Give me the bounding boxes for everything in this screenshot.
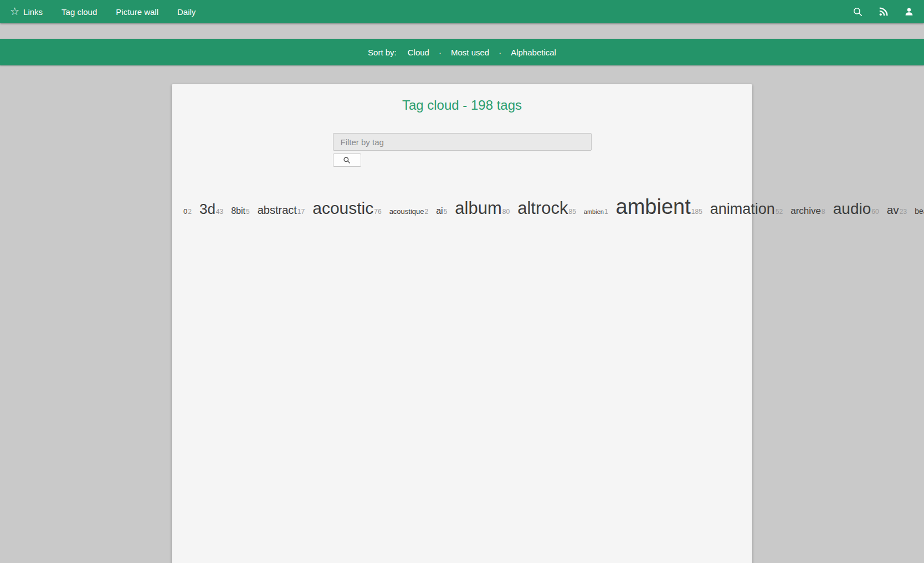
tag-count: 60 xyxy=(871,208,879,216)
tag-cloud-item[interactable]: 02 xyxy=(183,207,192,216)
nav-item-picture-wall[interactable]: Picture wall xyxy=(116,7,158,17)
nav-item-links[interactable]: ☆ Links xyxy=(10,7,43,17)
tag-cloud-item[interactable]: audio60 xyxy=(833,200,879,217)
sort-option-alphabetical[interactable]: Alphabetical xyxy=(511,48,556,57)
tag-cloud-item[interactable]: ambien1 xyxy=(584,208,608,215)
tag-cloud-item[interactable]: acoustique2 xyxy=(389,207,429,216)
tag-count: 23 xyxy=(900,208,907,216)
tag-label: 3d xyxy=(199,201,215,217)
tag-label: acoustique xyxy=(389,207,424,216)
sort-option-most-used[interactable]: Most used xyxy=(451,48,489,57)
tag-count: 5 xyxy=(444,208,448,216)
tag-count: 80 xyxy=(502,208,510,216)
tag-count: 85 xyxy=(568,208,576,216)
sort-bar: Sort by: Cloud · Most used · Alphabetica… xyxy=(0,39,924,65)
tag-count: 17 xyxy=(297,208,305,216)
tag-count: 5 xyxy=(246,208,250,216)
tag-cloud-item[interactable]: altrock85 xyxy=(517,198,576,218)
top-navbar: ☆ Links Tag cloud Picture wall Daily xyxy=(0,0,924,23)
tag-label: altrock xyxy=(517,198,568,218)
tag-count: 1 xyxy=(604,208,608,216)
tag-count: 43 xyxy=(216,208,223,216)
tag-cloud-item[interactable]: acoustic76 xyxy=(312,199,381,217)
nav-item-links-label: Links xyxy=(23,7,43,17)
tag-label: abstract xyxy=(258,204,297,216)
tag-count: 76 xyxy=(374,208,381,216)
tag-label: acoustic xyxy=(312,199,373,217)
tag-count: 2 xyxy=(188,208,192,216)
tag-cloud-item[interactable]: av23 xyxy=(887,203,907,216)
tag-cloud-item[interactable]: archive8 xyxy=(790,206,825,216)
tag-cloud-item[interactable]: ai5 xyxy=(436,206,447,216)
tag-cloud-item[interactable]: album80 xyxy=(455,198,510,218)
tag-cloud-card: Tag cloud - 198 tags 023d438bit5abstract… xyxy=(172,84,752,563)
tag-label: ambien xyxy=(584,208,604,215)
magnifier-icon xyxy=(343,156,351,164)
tag-cloud: 023d438bit5abstract17acoustic76acoustiqu… xyxy=(177,179,747,222)
tag-label: ai xyxy=(436,206,443,216)
tag-cloud-item[interactable]: 3d43 xyxy=(199,201,223,217)
tag-count: 185 xyxy=(691,208,702,216)
nav-right xyxy=(853,7,914,17)
nav-left: ☆ Links Tag cloud Picture wall Daily xyxy=(10,7,196,17)
tag-count: 2 xyxy=(425,208,429,216)
tag-label: av xyxy=(887,203,899,216)
tag-label: 8bit xyxy=(231,206,245,216)
tag-cloud-item[interactable]: 8bit5 xyxy=(231,206,249,216)
tag-count: 8 xyxy=(822,208,825,216)
sort-by-label: Sort by: xyxy=(368,48,397,57)
star-icon: ☆ xyxy=(10,6,19,17)
tag-label: animation xyxy=(710,201,775,217)
tag-cloud-item[interactable]: abstract17 xyxy=(258,204,305,216)
sort-option-cloud[interactable]: Cloud xyxy=(408,48,429,57)
search-icon[interactable] xyxy=(853,7,863,17)
tag-count: 52 xyxy=(776,208,783,216)
tag-cloud-item[interactable]: beatbox4 xyxy=(915,207,924,216)
separator-dot: · xyxy=(439,48,442,57)
tag-label: album xyxy=(455,198,501,218)
tag-cloud-item[interactable]: animation52 xyxy=(710,201,783,217)
nav-item-tag-cloud[interactable]: Tag cloud xyxy=(61,7,97,17)
filter-by-tag-input[interactable] xyxy=(333,133,592,151)
tag-label: 0 xyxy=(183,207,187,216)
rss-icon[interactable] xyxy=(879,7,889,17)
filter-form xyxy=(333,133,592,167)
tag-label: archive xyxy=(790,206,821,216)
nav-item-daily[interactable]: Daily xyxy=(177,7,196,17)
tag-label: audio xyxy=(833,200,871,217)
user-icon[interactable] xyxy=(904,7,914,17)
tag-cloud-item[interactable]: ambient185 xyxy=(616,195,702,218)
tag-label: beatbox xyxy=(915,207,924,216)
tag-label: ambient xyxy=(616,195,691,218)
filter-search-button[interactable] xyxy=(333,153,361,167)
separator-dot: · xyxy=(499,48,501,57)
page-title: Tag cloud - 198 tags xyxy=(177,98,747,113)
